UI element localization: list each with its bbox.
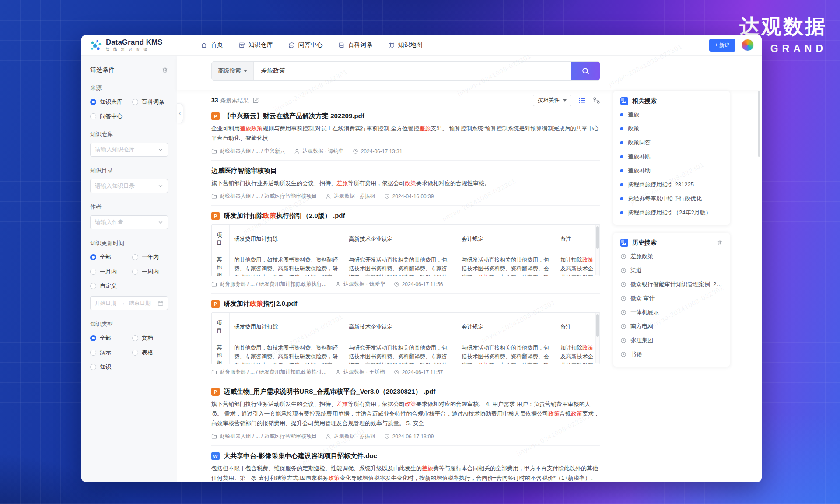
related-search-item[interactable]: 携程商旅使用指引（24年2月版）	[620, 206, 723, 220]
nav-item-首页[interactable]: 首页	[201, 41, 223, 49]
repo-select[interactable]: 请输入知识仓库	[90, 143, 168, 157]
edit-note-icon[interactable]	[252, 97, 259, 104]
history-search-item[interactable]: 书籍	[620, 347, 723, 361]
history-search-text: 微众 审计	[630, 294, 655, 302]
user-avatar[interactable]	[742, 39, 754, 51]
nav-item-知识仓库[interactable]: 知识仓库	[238, 41, 273, 49]
related-search-text: 差旅	[628, 111, 639, 119]
knowledge-type-option-全部[interactable]: 全部	[90, 334, 132, 342]
related-search-text: 政策问答	[628, 139, 651, 147]
clock-icon	[384, 193, 390, 199]
related-search-item[interactable]: 政策问答	[620, 136, 723, 150]
sidebar-collapse-handle[interactable]: ‹	[177, 103, 183, 123]
result-snippet: 企业可利用差旅政策规则与费用事前控制,对员工在线消费实行事前控制,全方位管控差旅…	[211, 124, 600, 143]
knowledge-type-option-知识[interactable]: 知识	[90, 363, 132, 371]
results-panel: 33条搜索结果 按相关性 P【中兴新云】财云在线产品解决方案 202209.pd…	[211, 90, 600, 482]
chart-icon	[620, 97, 628, 105]
window-scrollbar[interactable]	[758, 91, 760, 157]
source-option-问答中心[interactable]: 问答中心	[90, 112, 132, 120]
radio-label: 知识	[100, 363, 111, 371]
nav-item-label: 百科词条	[348, 41, 372, 49]
bullet-icon	[620, 211, 623, 214]
history-search-item[interactable]: 差旅政策	[620, 249, 723, 263]
radio-label: 文档	[142, 334, 153, 342]
clock-icon	[620, 309, 626, 315]
result-title[interactable]: 大共享中台-影像采集中心建设咨询项目招标文件.doc	[224, 452, 377, 460]
knowledge-type-option-演示[interactable]: 演示	[90, 349, 132, 357]
nav-item-百科词条[interactable]: 百科词条	[338, 41, 372, 49]
history-search-item[interactable]: 南方电网	[620, 319, 723, 333]
logo-subtitle: 智 能 知 识 管 理	[106, 47, 162, 52]
update-time-option-一月内[interactable]: 一月内	[90, 268, 132, 276]
related-search-item[interactable]: 差旅	[620, 108, 723, 122]
app-logo[interactable]: DataGrand KMS 智 能 知 识 管 理	[89, 38, 162, 52]
book-icon	[338, 42, 345, 49]
table-scrollbar[interactable]	[595, 313, 599, 363]
search-result-item: W大共享中台-影像采集中心建设咨询项目招标文件.doc包括但不限于包含税费、维保…	[211, 446, 600, 482]
update-time-option-一年内[interactable]: 一年内	[132, 253, 168, 261]
search-button[interactable]	[571, 62, 600, 80]
clear-filters-icon[interactable]	[162, 67, 168, 73]
table-row-label: 其他相关费用	[212, 340, 230, 364]
author-select[interactable]: 请输入作者	[90, 215, 168, 229]
history-search-item[interactable]: 渠道	[620, 263, 723, 277]
search-input[interactable]	[254, 62, 571, 80]
clock-icon	[620, 337, 626, 343]
related-search-item[interactable]: 差旅补助	[620, 164, 723, 178]
knowledge-type-option-表格[interactable]: 表格	[132, 349, 168, 357]
nav-item-知识地图[interactable]: 知识地图	[388, 41, 422, 49]
table-header: 研发费用加计扣除	[230, 225, 344, 252]
folder-icon	[211, 281, 217, 287]
radio-label: 一年内	[142, 253, 159, 261]
knowledge-type-label: 知识类型	[90, 320, 168, 328]
result-title-row: P研发加计扣除政策执行指引（2.0版） .pdf	[211, 212, 600, 220]
table-header: 项目	[212, 225, 230, 252]
radio-label: 表格	[142, 349, 153, 357]
related-search-item[interactable]: 政策	[620, 122, 723, 136]
result-meta: 财税机器人组 / ... / 迈威医疗智能审核项目达观数据 · 苏振羽2024-…	[211, 192, 600, 200]
tree-view-icon[interactable]	[593, 97, 600, 104]
result-title[interactable]: 研发加计扣除政策执行指引（2.0版） .pdf	[224, 212, 345, 220]
user-icon	[335, 281, 341, 287]
related-search-card: 相关搜索 差旅政策政策问答差旅补贴差旅补助携程商旅使用指引 231225总经办每…	[613, 91, 730, 225]
radio-label: 一月内	[100, 268, 117, 276]
update-time-option-全部[interactable]: 全部	[90, 253, 132, 261]
date-range-picker[interactable]: 开始日期 → 结束日期	[90, 296, 168, 310]
table-scrollbar[interactable]	[595, 225, 599, 275]
history-search-item[interactable]: 微众银行智能审计知识管理案例_2023080...	[620, 277, 723, 291]
result-title[interactable]: 研发加计政策指引2.0.pdf	[224, 300, 297, 308]
catalog-select[interactable]: 请输入知识目录	[90, 179, 168, 193]
result-title[interactable]: 【中兴新云】财云在线产品解决方案 202209.pdf	[224, 112, 364, 120]
related-search-item[interactable]: 携程商旅使用指引 231225	[620, 178, 723, 192]
result-path: 财务服务部 / ... / 研发费用加计扣除政策执行...	[211, 280, 326, 288]
filter-sidebar: 筛选条件 来源 知识仓库百科词条问答中心 知识仓库 请输入知识仓库 知识目录 请…	[81, 56, 177, 482]
advanced-search-select[interactable]: 高级搜索	[212, 62, 254, 80]
knowledge-type-option-文档[interactable]: 文档	[132, 334, 168, 342]
history-search-item[interactable]: 张江集团	[620, 333, 723, 347]
sort-select[interactable]: 按相关性	[533, 94, 571, 106]
update-time-option-一周内[interactable]: 一周内	[132, 268, 168, 276]
update-time-option-自定义[interactable]: 自定义	[90, 282, 132, 290]
clock-icon	[394, 281, 399, 287]
history-search-item[interactable]: 微众 审计	[620, 291, 723, 305]
search-icon	[581, 67, 590, 75]
nav-item-问答中心[interactable]: 问答中心	[288, 41, 322, 49]
chevron-down-icon	[158, 147, 163, 152]
source-option-百科词条[interactable]: 百科词条	[132, 98, 168, 106]
source-option-知识仓库[interactable]: 知识仓库	[90, 98, 132, 106]
result-title-row: P【中兴新云】财云在线产品解决方案 202209.pdf	[211, 112, 600, 120]
related-search-item[interactable]: 差旅补贴	[620, 150, 723, 164]
result-table: 项目研发费用加计扣除高新技术企业认定会计规定备注其他相关费用的其他费用，如技术图…	[212, 313, 600, 364]
related-search-item[interactable]: 总经办每季度中给予行政优化	[620, 192, 723, 206]
history-search-item[interactable]: 一体机展示	[620, 305, 723, 319]
new-button[interactable]: + 新建	[709, 39, 735, 52]
list-view-icon[interactable]	[578, 97, 586, 104]
result-title[interactable]: 迈威医疗智能审核项目	[211, 167, 277, 175]
radio-selected	[90, 335, 96, 341]
result-snippet: 旗下营销部门执行业务活动所发生的会议、招待、差旅等所有费用，依据公司政策要求做相…	[211, 399, 600, 428]
result-title[interactable]: 迈威生物_用户需求说明书URS_合规审核平台_Ver3.0（20230821） …	[224, 388, 435, 396]
result-meta: 财税机器人组 / ... / 中兴新云达观数据 · 谭约中2024-06-17 …	[211, 147, 600, 155]
header-right: + 新建	[709, 39, 754, 52]
clear-history-icon[interactable]	[717, 240, 723, 246]
search-result-item: P迈威生物_用户需求说明书URS_合规审核平台_Ver3.0（20230821）…	[211, 382, 600, 446]
